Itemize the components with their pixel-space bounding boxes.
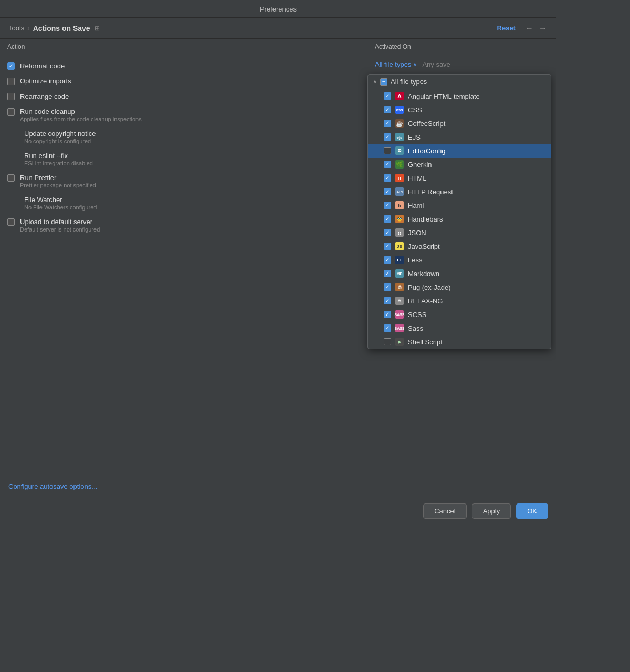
label-json: JSON xyxy=(408,229,426,237)
action-row-upload: Upload to default server Default server … xyxy=(0,214,367,236)
checkbox-upload[interactable] xyxy=(7,218,15,226)
window-title: Preferences xyxy=(260,5,297,13)
action-label-cleanup: Run code cleanup xyxy=(20,108,142,116)
breadcrumb-bar: Tools › Actions on Save ⊞ Reset ← → xyxy=(0,18,556,39)
label-haml: Haml xyxy=(408,202,424,209)
forward-button[interactable]: → xyxy=(538,24,548,33)
file-type-less[interactable]: LT Less xyxy=(368,253,551,267)
file-type-json[interactable]: {} JSON xyxy=(368,226,551,239)
action-row-reformat: Reformat code xyxy=(0,58,367,74)
checkbox-css[interactable] xyxy=(384,106,391,113)
label-less: Less xyxy=(408,256,422,264)
checkbox-rearrange[interactable] xyxy=(7,93,15,100)
action-row-prettier: Run Prettier Prettier package not specif… xyxy=(0,170,367,192)
file-type-handlebars[interactable]: 🥸 Handlebars xyxy=(368,212,551,226)
nav-arrows: ← → xyxy=(524,24,548,33)
breadcrumb-parent[interactable]: Tools xyxy=(8,24,24,32)
checkbox-optimize[interactable] xyxy=(7,78,15,85)
file-type-scss[interactable]: SASS SCSS xyxy=(368,308,551,321)
file-types-dropdown[interactable]: All file types ∨ Any save xyxy=(375,60,549,68)
action-label-rearrange: Rearrange code xyxy=(20,92,69,100)
label-coffee: CoffeeScript xyxy=(408,120,445,128)
reset-button[interactable]: Reset xyxy=(494,23,519,33)
label-shell: Shell Script xyxy=(408,338,443,346)
checkbox-ejs[interactable] xyxy=(384,133,391,141)
actions-panel: Reformat code Optimize imports Rearrange… xyxy=(0,55,368,476)
checkbox-reformat[interactable] xyxy=(7,62,15,70)
action-desc-cleanup: Applies fixes from the code cleanup insp… xyxy=(20,116,142,122)
checkbox-coffee[interactable] xyxy=(384,120,391,127)
checkbox-html[interactable] xyxy=(384,174,391,182)
all-files-checkbox[interactable] xyxy=(380,78,387,86)
checkbox-prettier[interactable] xyxy=(7,174,15,182)
bottom-bar: Cancel Apply OK xyxy=(0,497,556,525)
checkbox-relaxng[interactable] xyxy=(384,297,391,304)
file-type-shell[interactable]: ▶ Shell Script xyxy=(368,335,551,349)
dropdown-chevron-icon: ∨ xyxy=(413,61,417,67)
dropdown-label: All file types xyxy=(375,60,411,68)
action-label-reformat: Reformat code xyxy=(20,62,65,70)
checkbox-editorconfig[interactable] xyxy=(384,147,391,154)
checkbox-http[interactable] xyxy=(384,188,391,195)
file-type-pug[interactable]: 🐶 Pug (ex-Jade) xyxy=(368,280,551,294)
file-type-js[interactable]: JS JavaScript xyxy=(368,239,551,253)
file-type-angular[interactable]: A Angular HTML template xyxy=(368,89,551,103)
checkbox-pug[interactable] xyxy=(384,284,391,291)
checkbox-shell[interactable] xyxy=(384,338,391,345)
file-type-editorconfig[interactable]: ⚙ EditorConfig xyxy=(368,144,551,158)
activated-panel: All file types ∨ Any save ∨ All file typ… xyxy=(368,55,556,476)
file-type-http[interactable]: API HTTP Request xyxy=(368,185,551,198)
action-row-eslint: Run eslint --fix ESLint integration disa… xyxy=(0,148,367,170)
checkbox-angular[interactable] xyxy=(384,92,391,100)
action-desc-prettier: Prettier package not specified xyxy=(20,182,96,188)
label-sass: Sass xyxy=(408,324,423,332)
angular-icon: A xyxy=(395,92,404,100)
checkbox-scss[interactable] xyxy=(384,311,391,318)
cancel-button[interactable]: Cancel xyxy=(423,503,466,519)
checkbox-cleanup[interactable] xyxy=(7,108,15,116)
checkbox-json[interactable] xyxy=(384,229,391,236)
checkbox-less[interactable] xyxy=(384,256,391,264)
pug-icon: 🐶 xyxy=(395,283,404,291)
checkbox-markdown[interactable] xyxy=(384,270,391,277)
label-scss: SCSS xyxy=(408,311,426,319)
action-label-upload: Upload to default server xyxy=(20,218,100,226)
shell-icon: ▶ xyxy=(395,338,404,346)
file-type-html[interactable]: H HTML xyxy=(368,171,551,185)
haml-icon: h xyxy=(395,201,404,209)
js-icon: JS xyxy=(395,242,404,250)
file-type-relaxng[interactable]: ≋ RELAX-NG xyxy=(368,294,551,308)
action-row-filewatcher: File Watcher No File Watchers configured xyxy=(0,192,367,214)
checkbox-handlebars[interactable] xyxy=(384,215,391,223)
label-ejs: EJS xyxy=(408,133,421,141)
action-row-rearrange: Rearrange code xyxy=(0,89,367,104)
file-type-gherkin[interactable]: 🌿 Gherkin xyxy=(368,158,551,171)
file-type-coffee[interactable]: ☕ CoffeeScript xyxy=(368,117,551,130)
back-button[interactable]: ← xyxy=(524,24,534,33)
file-type-sass[interactable]: SASS Sass xyxy=(368,321,551,335)
checkbox-haml[interactable] xyxy=(384,202,391,209)
action-label-eslint: Run eslint --fix xyxy=(24,152,93,160)
html-icon: H xyxy=(395,174,404,182)
file-type-ejs[interactable]: ejs EJS xyxy=(368,130,551,144)
file-type-haml[interactable]: h Haml xyxy=(368,198,551,212)
label-markdown: Markdown xyxy=(408,270,439,278)
label-pug: Pug (ex-Jade) xyxy=(408,284,451,291)
checkbox-js[interactable] xyxy=(384,243,391,250)
checkbox-sass[interactable] xyxy=(384,324,391,332)
apply-button[interactable]: Apply xyxy=(472,503,511,519)
ok-button[interactable]: OK xyxy=(516,503,548,519)
configure-autosave-link[interactable]: Configure autosave options... xyxy=(8,482,97,490)
dropdown-header[interactable]: ∨ All file types xyxy=(368,75,551,89)
action-label-copyright: Update copyright notice xyxy=(24,130,96,138)
handlebars-icon: 🥸 xyxy=(395,215,404,223)
label-js: JavaScript xyxy=(408,243,440,250)
markdown-icon: MD xyxy=(395,269,404,278)
dropdown-expand-icon: ∨ xyxy=(373,79,377,85)
checkbox-gherkin[interactable] xyxy=(384,161,391,168)
schema-icon[interactable]: ⊞ xyxy=(94,25,100,32)
file-type-css[interactable]: css CSS xyxy=(368,103,551,117)
file-type-markdown[interactable]: MD Markdown xyxy=(368,267,551,280)
ejs-icon: ejs xyxy=(395,133,404,141)
action-row-copyright: Update copyright notice No copyright is … xyxy=(0,126,367,148)
